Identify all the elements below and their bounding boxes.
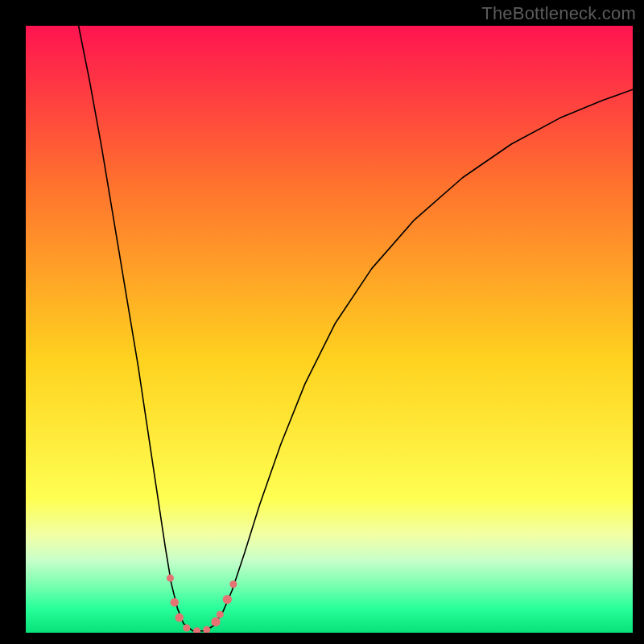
gradient-background xyxy=(26,26,633,633)
marker-point xyxy=(217,611,224,618)
marker-point xyxy=(229,580,237,588)
watermark-text: TheBottleneck.com xyxy=(481,3,636,24)
marker-point xyxy=(167,575,174,582)
marker-point xyxy=(170,598,179,607)
marker-point xyxy=(175,613,184,622)
plot-area xyxy=(26,26,633,633)
marker-point xyxy=(223,595,232,604)
marker-point xyxy=(183,624,190,631)
plot-svg xyxy=(26,26,633,633)
marker-point xyxy=(211,617,220,626)
chart-frame: TheBottleneck.com xyxy=(0,0,644,644)
